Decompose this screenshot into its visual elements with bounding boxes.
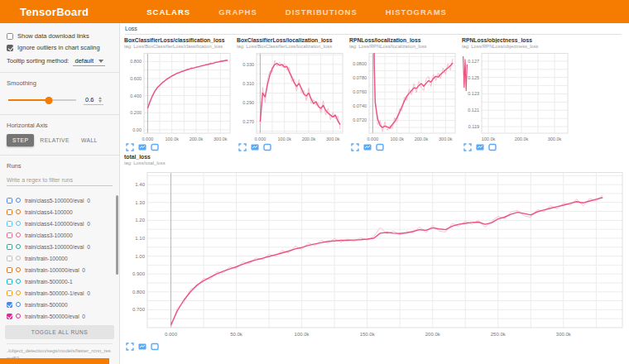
runs-label: Runs (7, 162, 113, 170)
run-checkbox[interactable] (7, 256, 12, 261)
smoothing-label: Smoothing (7, 79, 113, 87)
fullscreen-icon[interactable] (351, 143, 359, 151)
tab-graphs[interactable]: GRAPHS (218, 7, 257, 17)
stepper-up-icon[interactable] (98, 97, 102, 99)
pin-chart-icon[interactable] (488, 143, 497, 151)
run-item[interactable]: train/class5-100000/eval_0 (7, 194, 119, 206)
stepper-down-icon[interactable] (98, 100, 102, 103)
fullscreen-icon[interactable] (238, 143, 247, 151)
run-item[interactable]: train/class4-100000 (7, 206, 119, 218)
chart-canvas[interactable]: 0.2700.2900.3100.3300.000100.0k200.0k300… (237, 53, 348, 144)
run-item[interactable]: train/class3-100000/eval_0 (7, 241, 119, 252)
run-item[interactable]: train/train-500000-1/eval_0 (7, 287, 119, 299)
run-item[interactable]: train/class4-100000/eval_0 (7, 218, 119, 229)
run-checkbox[interactable] (7, 302, 12, 308)
pin-chart-icon[interactable] (151, 143, 159, 151)
axis-tick-label: 0.000 (165, 332, 178, 337)
checkbox-icon[interactable] (7, 45, 13, 51)
axis-tick-label: 0.0740 (353, 103, 367, 108)
run-checkbox[interactable] (7, 221, 12, 227)
run-checkbox[interactable] (7, 232, 12, 238)
chart-plot[interactable]: 0.1190.1210.1230.1250.127100.0k200.0k300… (462, 53, 573, 147)
fit-data-icon[interactable] (138, 342, 146, 351)
smoothing-slider-thumb[interactable] (46, 97, 53, 104)
run-item[interactable]: train/train-500000/eval_0 (7, 310, 119, 322)
fit-data-icon[interactable] (363, 143, 372, 151)
smoothing-value[interactable]: 0.6 (85, 96, 97, 103)
chart-title: BoxClassifierLoss/classification_loss (124, 37, 233, 43)
runs-scrollbar[interactable] (116, 195, 118, 275)
run-color-circle[interactable] (16, 198, 21, 203)
pin-chart-icon[interactable] (376, 143, 384, 151)
axis-relative-button[interactable]: RELATIVE (34, 134, 75, 146)
run-checkbox[interactable] (7, 314, 12, 319)
axis-tick-label: 0.00 (132, 127, 142, 132)
run-color-circle[interactable] (16, 267, 21, 272)
chart-canvas[interactable]: 0.7000.8000.9001.001.101.201.301.400.000… (124, 172, 627, 338)
axis-tick-label: 1.00 (135, 254, 145, 259)
runs-filter-input[interactable]: Write a regex to filter runs (7, 175, 113, 186)
fullscreen-icon[interactable] (126, 143, 134, 151)
run-item[interactable]: train/class3-100000 (7, 229, 119, 241)
fit-data-icon[interactable] (138, 143, 146, 151)
smoothing-stepper (98, 97, 102, 103)
axis-tick-label: 200.0k (515, 136, 529, 141)
smoothing-slider[interactable] (8, 99, 76, 101)
axis-tick-label: 1.10 (135, 236, 145, 241)
run-checkbox[interactable] (7, 290, 12, 296)
run-color-circle[interactable] (16, 302, 21, 307)
run-checkbox[interactable] (7, 198, 12, 204)
fullscreen-icon[interactable] (463, 143, 472, 151)
chart-canvas[interactable]: 0.1190.1210.1230.1250.127100.0k200.0k300… (462, 53, 573, 144)
run-color-circle[interactable] (16, 314, 21, 318)
tab-distributions[interactable]: DISTRIBUTIONS (286, 7, 358, 17)
axis-step-button[interactable]: STEP (7, 134, 34, 146)
series-line (463, 56, 468, 91)
axis-tick-label: 200.0k (425, 332, 441, 337)
run-item[interactable]: train/train-100000/eval_0 (7, 264, 119, 275)
toggle-all-runs-button[interactable]: TOGGLE ALL RUNS (5, 325, 114, 339)
run-item[interactable]: train/train-500000 (7, 299, 119, 310)
chart-title: total_loss (124, 154, 627, 160)
fullscreen-icon[interactable] (126, 342, 134, 351)
tab-histograms[interactable]: HISTOGRAMS (386, 7, 447, 17)
fit-data-icon[interactable] (476, 143, 484, 151)
setting-row: Ignore outliers in chart scaling (7, 44, 113, 51)
run-color-circle[interactable] (16, 279, 21, 284)
chart-canvas[interactable]: 0.07200.07400.07600.07800.08000.000100.0… (349, 53, 460, 144)
tag-filter-input[interactable]: Loss (125, 24, 622, 35)
chart-plot[interactable]: 0.2700.2900.3100.3300.000100.0k200.0k300… (237, 53, 348, 147)
run-color-circle[interactable] (16, 256, 21, 261)
run-checkbox[interactable] (7, 244, 12, 250)
tab-scalars[interactable]: SCALARS (146, 7, 190, 17)
chart-plot[interactable]: 0.000.2000.4000.6000.8000.000100.0k200.0… (124, 53, 235, 147)
fit-data-icon[interactable] (251, 143, 259, 151)
run-color-circle[interactable] (16, 244, 21, 249)
axis-tick-label: 0.600 (130, 76, 142, 81)
horizontal-axis-section: Horizontal Axis STEP RELATIVE WALL (0, 115, 119, 156)
run-color-circle[interactable] (16, 209, 21, 214)
pin-chart-icon[interactable] (263, 143, 271, 151)
run-color-circle[interactable] (16, 221, 21, 226)
run-item[interactable]: train/train-100000 (7, 252, 119, 264)
runs-list: train/class5-100000/eval_0train/class4-1… (0, 192, 119, 322)
tooltip-sorting-dropdown[interactable]: default (73, 57, 105, 66)
chart-plot[interactable]: 0.07200.07400.07600.07800.08000.000100.0… (349, 53, 460, 147)
axis-tick-label: 300.0k (214, 136, 228, 141)
run-checkbox[interactable] (7, 279, 12, 285)
chart-footer-icons (126, 342, 159, 351)
run-checkbox[interactable] (7, 267, 12, 273)
run-item[interactable]: train/train-500000-1 (7, 275, 119, 287)
axis-tick-label: 0.000 (367, 136, 379, 141)
axis-tick-label: 250.0k (491, 332, 507, 337)
pin-chart-icon[interactable] (151, 342, 159, 351)
run-checkbox[interactable] (7, 209, 12, 215)
run-color-circle[interactable] (16, 290, 21, 295)
chart-plot[interactable]: 0.7000.8000.9001.001.101.201.301.400.000… (124, 172, 627, 342)
run-color-circle[interactable] (16, 232, 21, 237)
axis-wall-button[interactable]: WALL (75, 134, 103, 146)
chart-tag: tag: Loss/BoxClassifierLoss/localization… (237, 44, 346, 49)
chart-canvas[interactable]: 0.000.2000.4000.6000.8000.000100.0k200.0… (124, 53, 235, 144)
run-name: train/class4-100000 (25, 209, 73, 215)
checkbox-icon[interactable] (7, 33, 13, 40)
